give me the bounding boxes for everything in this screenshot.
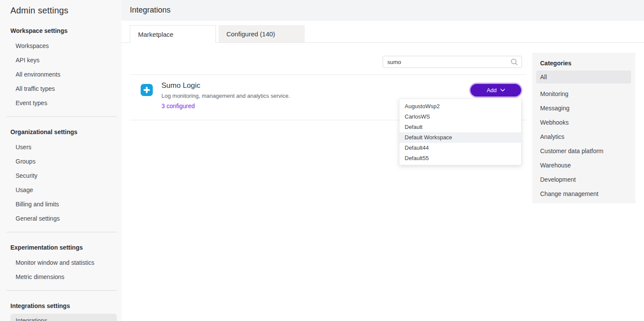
tab-bar: Marketplace Configured (140) (130, 25, 305, 43)
category-customer-data-platform[interactable]: Customer data platform (532, 144, 635, 158)
sidebar-item-workspaces[interactable]: Workspaces (0, 39, 122, 53)
page-header: Integrations (122, 0, 644, 21)
sidebar-item-groups[interactable]: Groups (0, 154, 122, 168)
category-development[interactable]: Development (532, 172, 635, 186)
sidebar-item-general-settings[interactable]: General settings (0, 211, 122, 225)
sidebar-item-integrations[interactable]: Integrations (10, 314, 117, 321)
integration-name: Sumo Logic (161, 81, 200, 90)
sidebar-item-all-environments[interactable]: All environments (0, 67, 122, 81)
dropdown-item-default-workspace[interactable]: Default Workspace (399, 132, 521, 143)
sidebar-item-users[interactable]: Users (0, 140, 122, 154)
category-warehouse[interactable]: Warehouse (532, 158, 635, 172)
admin-sidebar: Admin settings Workspace settings Worksp… (0, 0, 122, 321)
category-webhooks[interactable]: Webhooks (532, 115, 635, 129)
dropdown-item-augustowsp2[interactable]: AugustoWsp2 (399, 101, 521, 112)
section-heading-integrations-settings: Integrations settings (0, 302, 122, 309)
chevron-down-icon (500, 89, 505, 92)
page-title: Integrations (122, 0, 644, 15)
sidebar-item-monitor-window-and-statistics[interactable]: Monitor window and statistics (0, 255, 122, 270)
section-heading-workspace-settings: Workspace settings (0, 27, 122, 34)
sidebar-item-all-traffic-types[interactable]: All traffic types (0, 81, 122, 96)
sidebar-item-event-types[interactable]: Event types (0, 96, 122, 110)
add-button-label: Add (486, 87, 496, 93)
search-icon (510, 58, 518, 66)
card-top-divider (130, 74, 527, 75)
dropdown-item-carlosws[interactable]: CarlosWS (399, 112, 521, 122)
dropdown-item-default44[interactable]: Default44 (399, 143, 521, 153)
workspace-dropdown: AugustoWsp2 CarlosWS Default Default Wor… (399, 99, 522, 165)
sidebar-divider (6, 116, 117, 117)
category-monitoring[interactable]: Monitoring (532, 87, 635, 101)
tab-marketplace[interactable]: Marketplace (130, 25, 216, 43)
sidebar-item-billing-and-limits[interactable]: Billing and limits (0, 197, 122, 211)
dropdown-item-default[interactable]: Default (399, 122, 521, 132)
categories-title: Categories (532, 53, 635, 71)
category-all[interactable]: All (536, 71, 631, 83)
section-heading-organizational-settings: Organizational settings (0, 128, 122, 135)
category-change-management[interactable]: Change management (532, 186, 635, 201)
dropdown-item-default55[interactable]: Default55 (399, 153, 521, 164)
sumo-logic-logo-plus-icon (141, 84, 153, 96)
category-messaging[interactable]: Messaging (532, 101, 635, 115)
tab-configured[interactable]: Configured (140) (219, 25, 305, 42)
section-heading-experimentation-settings: Experimentation settings (0, 244, 122, 251)
sidebar-divider (6, 232, 117, 232)
categories-panel: Categories All Monitoring Messaging Webh… (532, 53, 635, 203)
configured-count-link[interactable]: 3 configured (161, 103, 195, 109)
sidebar-title: Admin settings (0, 6, 122, 16)
sidebar-item-metric-dimensions[interactable]: Metric dimensions (0, 270, 122, 284)
integration-description: Log monitoring, management and analytics… (161, 93, 290, 99)
sidebar-item-usage[interactable]: Usage (0, 183, 122, 197)
integration-search (383, 56, 522, 68)
sidebar-item-security[interactable]: Security (0, 168, 122, 183)
search-input[interactable] (383, 59, 510, 65)
add-button[interactable]: Add (470, 84, 521, 96)
sidebar-item-api-keys[interactable]: API keys (0, 53, 122, 67)
category-analytics[interactable]: Analytics (532, 129, 635, 144)
sidebar-divider (6, 290, 117, 291)
